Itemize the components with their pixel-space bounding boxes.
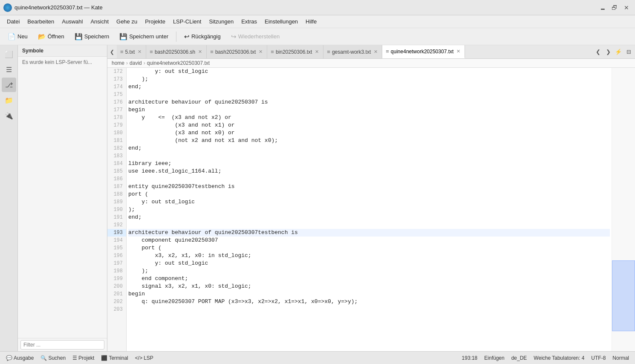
menu-lsp-client[interactable]: LSP-CLient [170,17,205,26]
line-number: 186 [107,175,126,183]
line-number: 179 [107,121,126,129]
tab-gesamt[interactable]: ≡ gesamt-work3.txt ✕ [323,45,382,58]
status-mode[interactable]: Einfügen [482,354,507,362]
tab-quine4[interactable]: ≡ quine4network20250307.txt ✕ [382,45,465,58]
tab-split-button[interactable]: ⊟ [624,47,633,57]
line-number: 176 [107,98,126,106]
save-as-button[interactable]: 💾 Speichern unter [115,31,173,42]
menu-auswahl[interactable]: Auswahl [58,17,86,26]
tab-nav-next-right[interactable]: ❯ [603,47,613,57]
status-suchen[interactable]: 🔍 Suchen [38,354,68,362]
tab-icon-0: ≡ [120,49,124,55]
breadcrumb-file[interactable]: quine4network20250307.txt [147,60,210,66]
breadcrumb-home[interactable]: home [112,60,124,66]
tab-pin-button[interactable]: ⚡ [614,47,623,57]
menu-gehe-zu[interactable]: Gehe zu [113,17,141,26]
status-position[interactable]: 193:18 [459,354,480,362]
code-line: ); [128,75,610,83]
sidebar-icon-git[interactable]: ⎇ [2,78,16,92]
sidebar-filter-input[interactable] [20,340,104,350]
sidebar-icon-list[interactable]: ☰ [2,62,16,77]
tab-close-1[interactable]: ✕ [197,49,203,55]
save-icon: 💾 [75,33,83,40]
tab-close-0[interactable]: ✕ [136,49,142,55]
tab-bin-txt[interactable]: ≡ bin20250306.txt ✕ [267,45,323,58]
code-editor: 1721731741751761771781791801811821831841… [107,68,635,351]
status-line-ending[interactable]: Normal [610,354,632,362]
code-line: begin [128,290,610,298]
status-terminal[interactable]: ⬛ Terminal [98,354,130,362]
menu-sitzungen[interactable]: Sitzungen [205,17,237,26]
breadcrumb-david[interactable]: david [130,60,142,66]
close-button[interactable]: ✕ [621,3,632,13]
code-line: component quine20250307 [128,237,610,244]
breadcrumb-sep-1: › [126,60,128,66]
editor-area: ❮ ≡ 5.txt ✕ ≡ bash20250306.sh ✕ ≡ bash20… [107,45,635,351]
line-number: 188 [107,191,126,198]
status-ausgabe[interactable]: 💬 Ausgabe [3,354,36,362]
tab-label-3: bin20250306.txt [276,49,312,55]
tab-nav-prev-right[interactable]: ❮ [593,47,603,57]
new-button[interactable]: 📄 Neu [3,31,32,42]
menu-bar: Datei Bearbeiten Auswahl Ansicht Gehe zu… [0,15,635,28]
undo-button[interactable]: ↩ Rückgängig [180,31,225,42]
tab-nav-prev[interactable]: ❮ [107,45,117,58]
main-container: ⬜ ☰ ⎇ 📁 🔌 Symbole Es wurde kein LSP-Serv… [0,45,635,351]
line-number: 183 [107,152,126,160]
suchen-icon: 🔍 [40,355,47,361]
line-number: 181 [107,137,126,144]
code-line: end; [128,144,610,152]
code-line [128,221,610,229]
code-line: q: quine20250307 PORT MAP (x3=>x3, x2=>x… [128,298,610,306]
code-line: end component; [128,275,610,283]
status-indent[interactable]: Weiche Tabulatoren: 4 [531,354,587,362]
code-line: (x3 and not x1) or [128,121,610,129]
line-number: 194 [107,237,126,244]
line-number: 203 [107,306,126,313]
tab-bash-txt[interactable]: ≡ bash20250306.txt ✕ [207,45,267,58]
status-locale[interactable]: de_DE [509,354,530,362]
sidebar-lsp-message: Es wurde kein LSP-Server fü... [22,59,92,65]
menu-einstellungen[interactable]: Einstellungen [261,17,301,26]
menu-datei[interactable]: Datei [3,17,23,26]
status-projekt[interactable]: ☰ Projekt [70,354,97,362]
minimize-button[interactable]: 🗕 [597,3,608,13]
code-line: x3, x2, x1, x0: in std_logic; [128,252,610,260]
tab-bar-right: ❮ ❯ ⚡ ⊟ [592,47,635,57]
tab-close-3[interactable]: ✕ [314,49,320,55]
sidebar-icon-folder[interactable]: 📁 [2,93,16,107]
terminal-icon: ⬛ [101,355,107,361]
minimap-viewport [612,260,635,331]
new-icon: 📄 [8,33,16,40]
tab-close-5[interactable]: ✕ [455,49,461,55]
code-content[interactable]: y: out std_logic );end;architecture beha… [127,68,612,351]
open-button[interactable]: 📂 Öffnen [34,31,69,42]
menu-hilfe[interactable]: Hilfe [302,17,320,26]
tabs-container: ≡ 5.txt ✕ ≡ bash20250306.sh ✕ ≡ bash2025… [117,45,592,58]
line-number: 201 [107,290,126,298]
code-line: ); [128,267,610,275]
status-lsp[interactable]: </> LSP [133,354,156,362]
line-number: 195 [107,244,126,252]
sidebar-icon-files[interactable]: ⬜ [2,47,16,61]
code-line [128,152,610,160]
sidebar-icon-plugin[interactable]: 🔌 [2,108,16,123]
menu-bearbeiten[interactable]: Bearbeiten [24,17,58,26]
line-number: 192 [107,221,126,229]
tab-close-2[interactable]: ✕ [257,49,263,55]
menu-projekte[interactable]: Projekte [141,17,169,26]
line-number: 187 [107,183,126,191]
float-button[interactable]: 🗗 [609,3,620,13]
undo-icon: ↩ [184,33,190,40]
save-button[interactable]: 💾 Speichern [70,31,114,42]
redo-button[interactable]: ↪ Wiederherstellen [227,31,284,42]
line-number: 185 [107,168,126,175]
menu-extras[interactable]: Extras [238,17,260,26]
menu-ansicht[interactable]: Ansicht [87,17,112,26]
line-number: 200 [107,283,126,290]
tab-close-4[interactable]: ✕ [372,49,378,55]
line-number: 180 [107,129,126,137]
tab-bash-sh[interactable]: ≡ bash20250306.sh ✕ [146,45,207,58]
status-encoding[interactable]: UTF-8 [589,354,608,362]
tab-5txt[interactable]: ≡ 5.txt ✕ [117,45,146,58]
